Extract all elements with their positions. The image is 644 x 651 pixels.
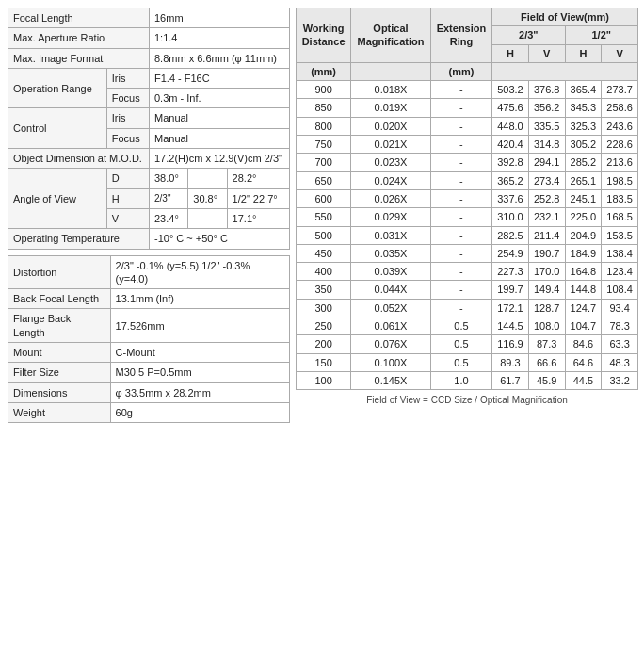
weight-row: Weight 60g [8,402,290,422]
mag-cell: 0.020X [351,117,431,135]
focal-length-value: 16mm [149,8,289,28]
h12-cell: 124.7 [565,299,602,317]
aov-v-sublabel: V [106,208,149,228]
aperture-ratio-label: Max. Aperture Ratio [8,28,150,48]
wd-cell: 500 [297,226,351,244]
fov-header: Field of View(mm) [492,8,638,26]
v12-cell: 108.4 [602,281,638,299]
ring-cell: - [430,281,491,299]
h23-cell: 89.3 [492,353,529,371]
operation-range-label: Operation Range [8,68,107,108]
v23-cell: 211.4 [528,226,565,244]
data-table: WorkingDistance OpticalMagnification Ext… [296,8,638,390]
distortion-value: 2/3" -0.1% (y=5.5) 1/2" -0.3% (y=4.0) [110,255,289,289]
h12-cell: 245.1 [565,189,602,207]
ring-cell: - [430,99,491,117]
h23-cell: 199.7 [492,281,529,299]
ring-cell: - [430,189,491,207]
data-row: 7500.021X-420.4314.8305.2228.6 [297,136,638,154]
ring-cell: - [430,299,491,317]
h12-cell: 144.8 [565,281,602,299]
mag-cell: 0.023X [351,154,431,171]
h23-cell: 282.5 [492,226,529,244]
mag-cell: 0.024X [351,171,431,189]
image-format-value: 8.8mm x 6.6mm (φ 11mm) [149,48,289,68]
h23-cell: 392.8 [492,154,529,171]
flange-value: 17.526mm [110,309,289,343]
distortion-row: Distortion 2/3" -0.1% (y=5.5) 1/2" -0.3%… [8,255,290,289]
ring-cell: 0.5 [430,353,491,371]
mag-unit [351,62,431,80]
v23-cell: 108.0 [528,317,565,335]
v23-cell: 149.4 [528,281,565,299]
wd-cell: 850 [297,99,351,117]
v23-cell: 87.3 [528,335,565,353]
v23-cell: 45.9 [528,371,565,389]
mag-cell: 0.100X [351,353,431,371]
main-container: Focal Length 16mm Max. Aperture Ratio 1:… [8,8,638,429]
left-panel: Focal Length 16mm Max. Aperture Ratio 1:… [8,8,290,429]
dimensions-value: φ 33.5mm x 28.2mm [110,382,289,402]
v23-cell: 66.6 [528,353,565,371]
v23-cell: 356.2 [528,99,565,117]
h23-cell: 144.5 [492,317,529,335]
operating-temp-value: -10° C ~ +50° C [149,229,289,249]
v23-cell: 128.7 [528,299,565,317]
v23-cell: 170.0 [528,263,565,281]
flange-label: Flange Back Length [8,309,111,343]
dimensions-row: Dimensions φ 33.5mm x 28.2mm [8,382,290,402]
ring-cell: - [430,171,491,189]
h12-cell: 204.9 [565,226,602,244]
wd-cell: 100 [297,371,351,389]
footer-note: Field of View = CCD Size / Optical Magni… [296,395,638,405]
wd-cell: 450 [297,244,351,262]
mag-cell: 0.026X [351,189,431,207]
control-iris-sublabel: Iris [106,108,149,128]
iris-value: F1.4 - F16C [149,68,289,88]
weight-value: 60g [110,402,289,422]
mag-cell: 0.052X [351,299,431,317]
image-format-row: Max. Image Format 8.8mm x 6.6mm (φ 11mm) [8,48,290,68]
v12-cell: 273.7 [602,81,638,99]
ring-cell: - [430,136,491,154]
ring-cell: 1.0 [430,371,491,389]
v23-cell: 273.4 [528,171,565,189]
v23-cell: 335.5 [528,117,565,135]
h23-cell: 420.4 [492,136,529,154]
aov-d-val2: 28.2° [227,169,289,188]
bfl-value: 13.1mm (Inf) [110,289,289,309]
h23-cell: 116.9 [492,335,529,353]
size12-header: 1/2" [565,26,637,44]
data-row: 8500.019X-475.6356.2345.3258.6 [297,99,638,117]
h23-cell: 172.1 [492,299,529,317]
wd-cell: 250 [297,317,351,335]
h12-cell: 104.7 [565,317,602,335]
filter-row: Filter Size M30.5 P=0.5mm [8,363,290,382]
data-row: 4000.039X-227.3170.0164.8123.4 [297,263,638,281]
v12-cell: 78.3 [602,317,638,335]
aov-label: Angle of View [8,169,107,229]
object-dim-value: 17.2(H)cm x 12.9(V)cm 2/3" [149,149,289,169]
mag-cell: 0.061X [351,317,431,335]
ring-cell: - [430,208,491,226]
size23-header: 2/3" [492,26,565,44]
h23-cell: 310.0 [492,208,529,226]
mag-cell: 0.031X [351,226,431,244]
wd-cell: 400 [297,263,351,281]
mag-cell: 0.019X [351,99,431,117]
h12-cell: 265.1 [565,171,602,189]
unit-row: (mm) (mm) [297,62,638,80]
flange-row: Flange Back Length 17.526mm [8,309,290,343]
aov-d-row: Angle of View D 38.0° 28.2° [8,169,290,188]
filter-value: M30.5 P=0.5mm [110,363,289,382]
operating-temp-label: Operating Temperature [8,229,150,249]
image-format-label: Max. Image Format [8,48,150,68]
h23-cell: 254.9 [492,244,529,262]
h12-header: H [565,44,602,62]
wd-cell: 800 [297,117,351,135]
h23-cell: 61.7 [492,371,529,389]
focus-value: 0.3m - Inf. [149,89,289,108]
ring-cell: - [430,81,491,99]
h12-cell: 345.3 [565,99,602,117]
v23-cell: 190.7 [528,244,565,262]
